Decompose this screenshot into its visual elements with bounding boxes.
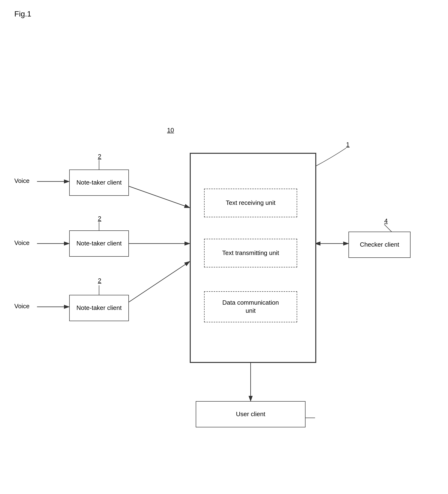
- note-taker-3-label: Note-taker client: [76, 304, 121, 312]
- voice-label-2: Voice: [14, 239, 30, 247]
- svg-line-7: [129, 186, 190, 208]
- ref-label-2c: 2: [98, 277, 101, 284]
- svg-line-9: [129, 261, 190, 302]
- checker-client-label: Checker client: [360, 241, 399, 249]
- user-client-box: User client: [196, 401, 305, 427]
- ref-label-4: 4: [384, 217, 387, 225]
- voice-label-1: Voice: [14, 177, 30, 185]
- voice-label-3: Voice: [14, 303, 30, 310]
- checker-client-box: Checker client: [349, 232, 411, 258]
- text-transmitting-label: Text transmitting unit: [222, 249, 279, 257]
- figure-label: Fig.1: [14, 10, 31, 18]
- note-taker-3-box: Note-taker client: [69, 295, 129, 321]
- note-taker-2-box: Note-taker client: [69, 230, 129, 257]
- user-client-label: User client: [236, 410, 266, 418]
- ref-label-10: 10: [167, 126, 174, 134]
- note-taker-1-box: Note-taker client: [69, 170, 129, 196]
- data-communication-label: Data communication unit: [222, 299, 279, 315]
- note-taker-2-label: Note-taker client: [76, 239, 121, 247]
- note-taker-1-label: Note-taker client: [76, 179, 121, 187]
- ref-label-1: 1: [346, 141, 350, 148]
- text-transmitting-box: Text transmitting unit: [204, 239, 297, 267]
- text-receiving-label: Text receiving unit: [226, 199, 275, 207]
- text-receiving-box: Text receiving unit: [204, 189, 297, 217]
- data-communication-box: Data communication unit: [204, 291, 297, 322]
- ref-label-2a: 2: [98, 153, 101, 160]
- ref-label-2b: 2: [98, 215, 101, 222]
